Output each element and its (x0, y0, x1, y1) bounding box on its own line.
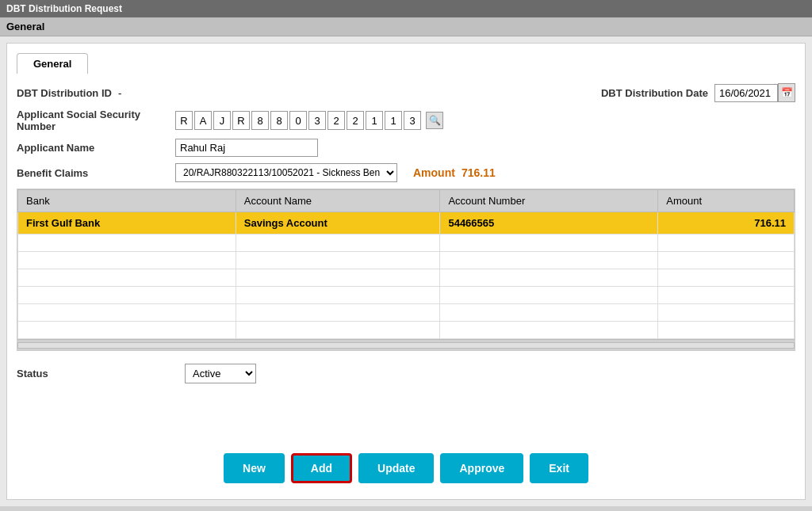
new-button[interactable]: New (224, 453, 285, 483)
cell-bank: First Gulf Bank (18, 212, 236, 235)
calendar-icon: 📅 (781, 87, 793, 98)
scrollbar-track (17, 342, 795, 349)
cell-account-number: 54466565 (440, 212, 658, 235)
ssn-box-7[interactable] (289, 111, 307, 130)
horizontal-scrollbar[interactable] (17, 339, 795, 350)
table-row-empty-1 (18, 235, 795, 252)
date-section: DBT Distribution Date 📅 (601, 83, 795, 102)
ssn-box-1[interactable] (175, 111, 193, 130)
cell-account-name: Savings Account (236, 212, 440, 235)
exit-button[interactable]: Exit (530, 453, 588, 483)
ssn-box-3[interactable] (213, 111, 231, 130)
cell-amount: 716.11 (658, 212, 795, 235)
ssn-box-5[interactable] (251, 111, 269, 130)
amount-value: 716.11 (462, 166, 496, 179)
dbt-id-value: - (118, 87, 121, 99)
ssn-box-6[interactable] (270, 111, 288, 130)
calendar-button[interactable]: 📅 (778, 83, 795, 102)
table-row-empty-5 (18, 304, 795, 322)
table-row-empty-2 (18, 252, 795, 269)
ssn-search-button[interactable]: 🔍 (426, 112, 443, 129)
ssn-label: Applicant Social Security Number (17, 109, 175, 132)
ssn-box-13[interactable] (404, 111, 421, 130)
table-header-row: Bank Account Name Account Number Amount (18, 190, 795, 212)
amount-label: Amount (413, 166, 455, 179)
ssn-boxes: 🔍 (175, 111, 443, 130)
table-row-empty-6 (18, 322, 795, 339)
ssn-row: Applicant Social Security Number 🔍 (17, 109, 795, 132)
col-bank: Bank (18, 190, 236, 212)
search-icon: 🔍 (429, 115, 441, 126)
bank-table: Bank Account Name Account Number Amount … (17, 189, 795, 339)
tab-header: General (17, 53, 795, 74)
benefit-claims-row: Benefit Claims 20/RAJR880322113/10052021… (17, 163, 795, 182)
table-row-empty-4 (18, 287, 795, 304)
applicant-name-row: Applicant Name (17, 139, 795, 157)
benefit-claims-label: Benefit Claims (17, 167, 175, 179)
applicant-name-label: Applicant Name (17, 142, 175, 154)
dbt-id-label: DBT Distribution ID (17, 87, 112, 99)
status-label: Status (17, 368, 175, 379)
bottom-buttons: New Add Update Approve Exit (7, 453, 805, 483)
ssn-box-2[interactable] (194, 111, 212, 130)
tab-container: General DBT Distribution ID - DBT Distri… (6, 43, 806, 500)
bank-table-wrapper: Bank Account Name Account Number Amount … (17, 189, 795, 351)
applicant-name-input[interactable] (175, 139, 318, 157)
window-title-bar: DBT Distribution Request (0, 0, 812, 17)
col-amount: Amount (658, 190, 795, 212)
ssn-box-4[interactable] (232, 111, 250, 130)
status-row: Status Active Inactive (17, 364, 795, 383)
ssn-box-8[interactable] (308, 111, 326, 130)
col-account-number: Account Number (440, 190, 658, 212)
col-account-name: Account Name (236, 190, 440, 212)
top-row: DBT Distribution ID - DBT Distribution D… (17, 83, 795, 102)
ssn-box-10[interactable] (347, 111, 364, 130)
ssn-box-9[interactable] (327, 111, 345, 130)
table-row[interactable]: First Gulf Bank Savings Account 54466565… (18, 212, 795, 235)
section-header: General (0, 17, 812, 36)
dbt-date-label: DBT Distribution Date (601, 87, 708, 99)
add-button[interactable]: Add (291, 453, 352, 483)
update-button[interactable]: Update (358, 453, 434, 483)
approve-button[interactable]: Approve (440, 453, 523, 483)
table-row-empty-3 (18, 269, 795, 287)
dbt-date-input[interactable] (714, 84, 778, 102)
status-select[interactable]: Active Inactive (185, 364, 256, 383)
main-container: General DBT Distribution ID - DBT Distri… (0, 36, 812, 506)
ssn-box-12[interactable] (385, 111, 402, 130)
tab-general[interactable]: General (17, 53, 88, 74)
window-title: DBT Distribution Request (6, 3, 122, 14)
section-label: General (6, 21, 44, 32)
benefit-claims-select[interactable]: 20/RAJR880322113/10052021 - Sickness Ben… (175, 163, 397, 182)
ssn-box-11[interactable] (366, 111, 383, 130)
